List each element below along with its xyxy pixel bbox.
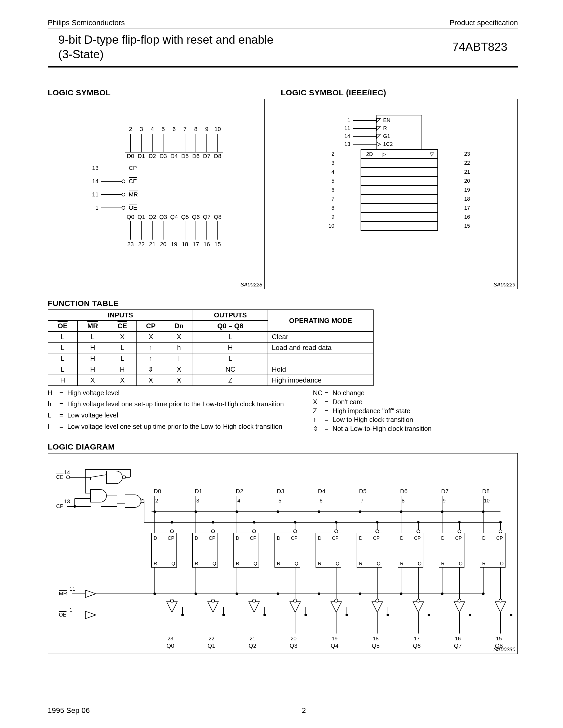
- ft-cell: X: [137, 375, 165, 386]
- svg-text:MR: MR: [129, 191, 138, 198]
- legend-item: Don't care: [333, 398, 432, 407]
- ft-group-mode: OPERATING MODE: [268, 310, 373, 331]
- svg-text:9: 9: [205, 126, 208, 132]
- svg-text:15: 15: [464, 223, 470, 229]
- svg-text:1: 1: [347, 117, 350, 123]
- svg-point-376: [510, 614, 512, 616]
- svg-text:D8: D8: [214, 153, 221, 159]
- svg-text:4: 4: [332, 169, 334, 175]
- ft-mode: Clear: [268, 331, 373, 342]
- svg-text:Q4: Q4: [170, 214, 178, 220]
- svg-point-271: [335, 521, 338, 524]
- ft-cell: H: [77, 342, 108, 353]
- svg-text:13: 13: [64, 498, 70, 504]
- svg-text:19: 19: [332, 636, 338, 641]
- legend-item: Low voltage level: [67, 411, 284, 422]
- legend-item: =: [59, 411, 65, 422]
- legend-item: H: [48, 389, 57, 400]
- ft-cell: h: [165, 342, 193, 353]
- svg-point-69: [122, 206, 125, 209]
- svg-text:Q6: Q6: [413, 642, 421, 649]
- ft-cell: l: [165, 353, 193, 364]
- svg-text:CP: CP: [496, 536, 503, 541]
- ft-cell: L: [193, 331, 268, 342]
- logic-symbol-svg: 2D03D14D25D36D47D58D69D710D8Q023Q122Q221…: [48, 99, 265, 290]
- svg-point-371: [482, 592, 485, 595]
- svg-text:CP: CP: [129, 165, 137, 171]
- function-table: INPUTS OUTPUTS OPERATING MODE OEMRCECPDn…: [48, 309, 374, 386]
- ft-col: Q0 – Q8: [193, 321, 268, 331]
- ft-cell: L: [48, 331, 77, 342]
- svg-text:Q4: Q4: [331, 642, 338, 649]
- legend-item: =: [325, 407, 330, 416]
- title-block: 9-bit D-type flip-flop with reset and en…: [48, 30, 518, 66]
- svg-point-59: [122, 180, 125, 183]
- vendor: Philips Semiconductors: [48, 19, 125, 27]
- ft-cell: X: [77, 375, 108, 386]
- ft-col: MR: [77, 321, 108, 331]
- svg-text:8: 8: [402, 498, 405, 504]
- svg-rect-129: [361, 222, 438, 231]
- svg-text:13: 13: [92, 165, 98, 171]
- svg-rect-114: [361, 195, 438, 204]
- h-logic-symbol: LOGIC SYMBOL: [48, 88, 265, 97]
- svg-text:Q7: Q7: [454, 642, 462, 649]
- svg-text:R: R: [482, 561, 486, 566]
- svg-text:21: 21: [249, 636, 255, 641]
- svg-point-302: [359, 592, 361, 595]
- svg-point-192: [181, 614, 184, 616]
- svg-text:Q6: Q6: [192, 214, 200, 220]
- svg-point-179: [171, 521, 173, 524]
- svg-text:1: 1: [69, 607, 72, 613]
- svg-point-318: [417, 530, 420, 533]
- ft-cell: Z: [193, 375, 268, 386]
- svg-text:OE: OE: [59, 612, 66, 618]
- svg-text:8: 8: [332, 205, 334, 211]
- legend-item: High impedance "off" state: [333, 407, 432, 416]
- svg-line-143: [91, 475, 106, 477]
- svg-text:23: 23: [167, 636, 173, 641]
- legend-item: Low voltage level one set-up time prior …: [67, 422, 284, 433]
- svg-text:9: 9: [332, 214, 334, 220]
- svg-text:22: 22: [138, 241, 144, 248]
- svg-text:Q: Q: [377, 561, 381, 566]
- svg-text:Q8: Q8: [214, 214, 221, 220]
- svg-text:OE: OE: [129, 204, 137, 211]
- svg-text:D: D: [400, 536, 404, 541]
- svg-point-327: [417, 599, 420, 602]
- ft-cell: X: [165, 364, 193, 375]
- svg-text:20: 20: [464, 178, 470, 184]
- svg-point-203: [211, 530, 214, 533]
- legend-item: X: [313, 398, 322, 407]
- legend-item: High voltage level one set-up time prior…: [67, 400, 284, 411]
- svg-text:2D: 2D: [366, 151, 373, 157]
- svg-text:10: 10: [484, 498, 490, 504]
- svg-point-364: [499, 530, 502, 533]
- h-ft: FUNCTION TABLE: [48, 299, 518, 308]
- ft-cell: ⇕: [137, 364, 165, 375]
- svg-text:14: 14: [345, 133, 350, 139]
- svg-text:4: 4: [151, 126, 154, 132]
- svg-text:CP: CP: [209, 536, 215, 541]
- footer: 1995 Sep 06 2: [48, 706, 518, 715]
- ft-cell: L: [108, 342, 137, 353]
- svg-text:D: D: [359, 536, 363, 541]
- svg-rect-104: [361, 177, 438, 186]
- svg-text:20: 20: [291, 636, 297, 641]
- h-ld: LOGIC DIAGRAM: [48, 442, 518, 451]
- svg-text:D5: D5: [181, 153, 189, 159]
- legend-item: =: [59, 389, 65, 400]
- svg-text:R: R: [195, 561, 198, 566]
- tag-ld: SA00230: [494, 646, 515, 653]
- doc-type: Product specification: [450, 19, 518, 27]
- title-line1: 9-bit D-type flip-flop with reset and en…: [58, 32, 273, 47]
- svg-point-350: [458, 599, 461, 602]
- svg-point-304: [376, 599, 379, 602]
- title-line2: (3-State): [58, 47, 273, 61]
- legend-item: No change: [333, 389, 432, 398]
- svg-point-317: [417, 521, 420, 524]
- legend-item: ⇕: [313, 424, 322, 433]
- svg-text:11: 11: [345, 125, 350, 131]
- svg-text:D6: D6: [192, 153, 199, 159]
- svg-rect-109: [361, 186, 438, 195]
